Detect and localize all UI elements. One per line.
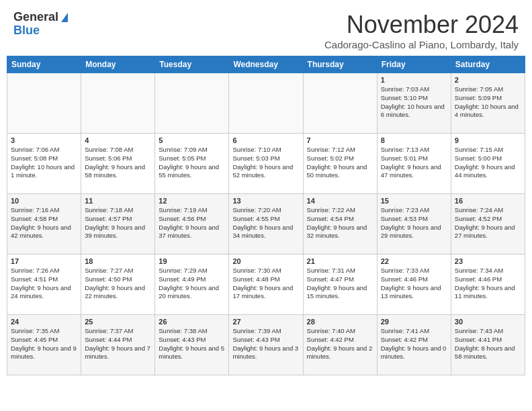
day-number: 9 — [455, 136, 521, 144]
day-number: 20 — [232, 257, 299, 265]
day-info: Sunrise: 7:12 AM Sunset: 5:02 PM Dayligh… — [307, 146, 367, 179]
day-cell: 18Sunrise: 7:27 AM Sunset: 4:50 PM Dayli… — [81, 255, 155, 315]
day-cell: 2Sunrise: 7:05 AM Sunset: 5:09 PM Daylig… — [451, 73, 525, 134]
day-cell — [155, 73, 229, 134]
day-info: Sunrise: 7:06 AM Sunset: 5:08 PM Dayligh… — [11, 146, 75, 179]
day-number: 29 — [381, 318, 447, 326]
day-info: Sunrise: 7:24 AM Sunset: 4:52 PM Dayligh… — [455, 206, 515, 239]
day-number: 1 — [381, 76, 447, 84]
day-number: 11 — [85, 197, 151, 205]
day-cell: 29Sunrise: 7:41 AM Sunset: 4:42 PM Dayli… — [377, 315, 451, 375]
col-header-wednesday: Wednesday — [229, 56, 303, 73]
day-number: 19 — [159, 257, 225, 265]
col-header-thursday: Thursday — [303, 56, 377, 73]
day-info: Sunrise: 7:38 AM Sunset: 4:43 PM Dayligh… — [159, 327, 224, 360]
day-cell: 19Sunrise: 7:29 AM Sunset: 4:49 PM Dayli… — [155, 255, 229, 315]
day-info: Sunrise: 7:23 AM Sunset: 4:53 PM Dayligh… — [381, 206, 441, 239]
col-header-friday: Friday — [377, 56, 451, 73]
logo: General Blue — [13, 11, 68, 38]
day-cell: 12Sunrise: 7:19 AM Sunset: 4:56 PM Dayli… — [155, 194, 229, 255]
calendar-wrapper: SundayMondayTuesdayWednesdayThursdayFrid… — [0, 56, 532, 382]
day-number: 25 — [85, 318, 151, 326]
day-number: 15 — [381, 197, 447, 205]
day-info: Sunrise: 7:08 AM Sunset: 5:06 PM Dayligh… — [85, 146, 145, 179]
title-block: November 2024 Cadorago-Caslino al Piano,… — [324, 11, 519, 50]
day-number: 18 — [85, 257, 151, 265]
day-cell: 7Sunrise: 7:12 AM Sunset: 5:02 PM Daylig… — [303, 134, 377, 194]
day-number: 7 — [307, 136, 373, 144]
day-cell: 16Sunrise: 7:24 AM Sunset: 4:52 PM Dayli… — [451, 194, 525, 255]
logo-triangle-icon — [61, 13, 68, 22]
col-header-monday: Monday — [81, 56, 155, 73]
day-cell — [229, 73, 303, 134]
day-info: Sunrise: 7:27 AM Sunset: 4:50 PM Dayligh… — [85, 267, 145, 300]
day-info: Sunrise: 7:15 AM Sunset: 5:00 PM Dayligh… — [455, 146, 515, 179]
day-info: Sunrise: 7:40 AM Sunset: 4:42 PM Dayligh… — [307, 327, 373, 360]
day-cell: 25Sunrise: 7:37 AM Sunset: 4:44 PM Dayli… — [81, 315, 155, 375]
header-row: SundayMondayTuesdayWednesdayThursdayFrid… — [7, 56, 525, 73]
col-header-sunday: Sunday — [7, 56, 81, 73]
day-cell: 4Sunrise: 7:08 AM Sunset: 5:06 PM Daylig… — [81, 134, 155, 194]
day-cell — [303, 73, 377, 134]
day-cell: 14Sunrise: 7:22 AM Sunset: 4:54 PM Dayli… — [303, 194, 377, 255]
day-info: Sunrise: 7:34 AM Sunset: 4:46 PM Dayligh… — [455, 267, 515, 300]
day-number: 28 — [307, 318, 373, 326]
day-info: Sunrise: 7:03 AM Sunset: 5:10 PM Dayligh… — [381, 85, 445, 118]
day-info: Sunrise: 7:10 AM Sunset: 5:03 PM Dayligh… — [232, 146, 293, 179]
day-cell: 5Sunrise: 7:09 AM Sunset: 5:05 PM Daylig… — [155, 134, 229, 194]
day-cell: 10Sunrise: 7:16 AM Sunset: 4:58 PM Dayli… — [7, 194, 81, 255]
day-number: 27 — [232, 318, 299, 326]
day-info: Sunrise: 7:26 AM Sunset: 4:51 PM Dayligh… — [11, 267, 71, 300]
day-cell: 3Sunrise: 7:06 AM Sunset: 5:08 PM Daylig… — [7, 134, 81, 194]
day-number: 12 — [159, 197, 225, 205]
day-cell: 21Sunrise: 7:31 AM Sunset: 4:47 PM Dayli… — [303, 255, 377, 315]
day-info: Sunrise: 7:19 AM Sunset: 4:56 PM Dayligh… — [159, 206, 219, 239]
day-number: 13 — [232, 197, 299, 205]
day-cell: 28Sunrise: 7:40 AM Sunset: 4:42 PM Dayli… — [303, 315, 377, 375]
day-info: Sunrise: 7:37 AM Sunset: 4:44 PM Dayligh… — [85, 327, 150, 360]
day-cell: 8Sunrise: 7:13 AM Sunset: 5:01 PM Daylig… — [377, 134, 451, 194]
day-info: Sunrise: 7:35 AM Sunset: 4:45 PM Dayligh… — [11, 327, 77, 360]
day-number: 6 — [232, 136, 299, 144]
day-cell: 27Sunrise: 7:39 AM Sunset: 4:43 PM Dayli… — [229, 315, 303, 375]
day-info: Sunrise: 7:09 AM Sunset: 5:05 PM Dayligh… — [159, 146, 219, 179]
day-info: Sunrise: 7:18 AM Sunset: 4:57 PM Dayligh… — [85, 206, 145, 239]
day-number: 17 — [11, 257, 77, 265]
day-cell: 22Sunrise: 7:33 AM Sunset: 4:46 PM Dayli… — [377, 255, 451, 315]
calendar-table: SundayMondayTuesdayWednesdayThursdayFrid… — [7, 56, 525, 375]
day-info: Sunrise: 7:33 AM Sunset: 4:46 PM Dayligh… — [381, 267, 441, 300]
week-row-3: 10Sunrise: 7:16 AM Sunset: 4:58 PM Dayli… — [7, 194, 525, 255]
day-info: Sunrise: 7:29 AM Sunset: 4:49 PM Dayligh… — [159, 267, 219, 300]
day-cell: 23Sunrise: 7:34 AM Sunset: 4:46 PM Dayli… — [451, 255, 525, 315]
week-row-1: 1Sunrise: 7:03 AM Sunset: 5:10 PM Daylig… — [7, 73, 525, 134]
day-info: Sunrise: 7:39 AM Sunset: 4:43 PM Dayligh… — [232, 327, 298, 360]
col-header-tuesday: Tuesday — [155, 56, 229, 73]
day-number: 24 — [11, 318, 77, 326]
day-cell: 20Sunrise: 7:30 AM Sunset: 4:48 PM Dayli… — [229, 255, 303, 315]
day-info: Sunrise: 7:05 AM Sunset: 5:09 PM Dayligh… — [455, 85, 519, 118]
day-cell: 1Sunrise: 7:03 AM Sunset: 5:10 PM Daylig… — [377, 73, 451, 134]
day-number: 30 — [455, 318, 521, 326]
day-number: 26 — [159, 318, 225, 326]
day-number: 5 — [159, 136, 225, 144]
col-header-saturday: Saturday — [451, 56, 525, 73]
day-cell: 24Sunrise: 7:35 AM Sunset: 4:45 PM Dayli… — [7, 315, 81, 375]
day-cell — [7, 73, 81, 134]
logo-general-text: General — [13, 11, 58, 24]
day-cell: 26Sunrise: 7:38 AM Sunset: 4:43 PM Dayli… — [155, 315, 229, 375]
day-info: Sunrise: 7:30 AM Sunset: 4:48 PM Dayligh… — [232, 267, 293, 300]
day-cell: 30Sunrise: 7:43 AM Sunset: 4:41 PM Dayli… — [451, 315, 525, 375]
month-title: November 2024 — [324, 11, 519, 39]
week-row-5: 24Sunrise: 7:35 AM Sunset: 4:45 PM Dayli… — [7, 315, 525, 375]
day-number: 3 — [11, 136, 77, 144]
week-row-4: 17Sunrise: 7:26 AM Sunset: 4:51 PM Dayli… — [7, 255, 525, 315]
day-number: 21 — [307, 257, 373, 265]
day-number: 14 — [307, 197, 373, 205]
day-info: Sunrise: 7:20 AM Sunset: 4:55 PM Dayligh… — [232, 206, 293, 239]
day-number: 2 — [455, 76, 521, 84]
logo-blue-text: Blue — [13, 24, 68, 38]
page-header: General Blue November 2024 Cadorago-Casl… — [0, 0, 532, 56]
day-cell: 6Sunrise: 7:10 AM Sunset: 5:03 PM Daylig… — [229, 134, 303, 194]
calendar-body: 1Sunrise: 7:03 AM Sunset: 5:10 PM Daylig… — [7, 73, 525, 375]
day-cell — [81, 73, 155, 134]
